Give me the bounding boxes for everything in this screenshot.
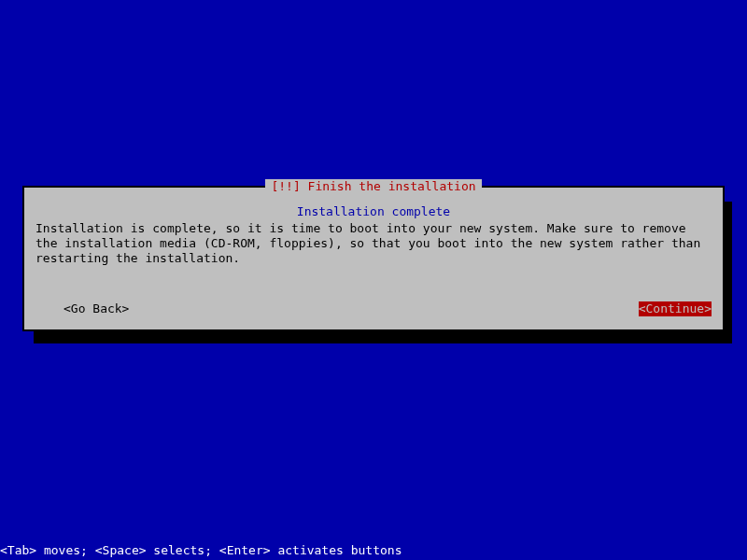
- dialog-body-text: Installation is complete, so it is time …: [24, 221, 723, 266]
- status-bar: <Tab> moves; <Space> selects; <Enter> ac…: [0, 543, 402, 558]
- dialog-subtitle: Installation complete: [24, 204, 723, 219]
- continue-button[interactable]: <Continue>: [639, 301, 712, 316]
- button-row: <Go Back> <Continue>: [35, 301, 712, 316]
- dialog-title-wrap: [!!] Finish the installation: [24, 179, 723, 194]
- go-back-button[interactable]: <Go Back>: [35, 301, 129, 316]
- installer-dialog: [!!] Finish the installation Installatio…: [22, 186, 725, 331]
- dialog-title: [!!] Finish the installation: [265, 179, 481, 194]
